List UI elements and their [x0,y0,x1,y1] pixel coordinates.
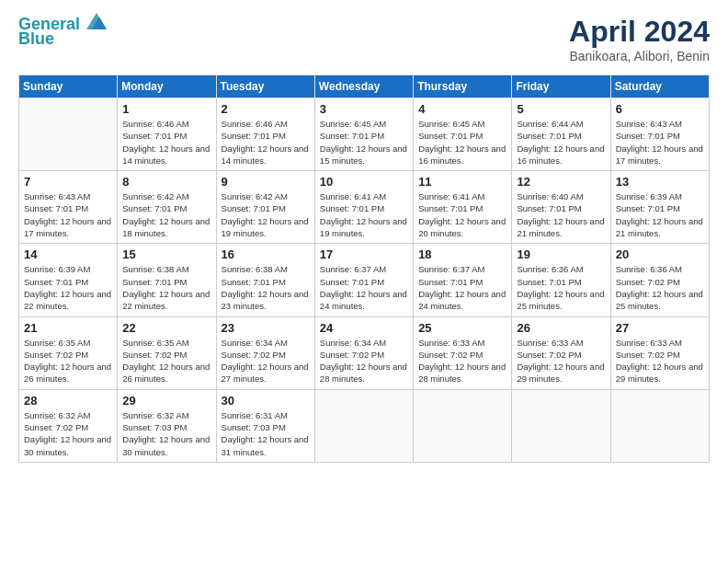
day-info: Sunrise: 6:39 AM Sunset: 7:01 PM Dayligh… [616,190,704,239]
calendar-day-header: Friday [512,75,610,98]
day-info: Sunrise: 6:34 AM Sunset: 7:02 PM Dayligh… [320,337,408,385]
calendar-cell: 2Sunrise: 6:46 AM Sunset: 7:01 PM Daylig… [216,98,314,171]
calendar-cell: 30Sunrise: 6:31 AM Sunset: 7:03 PM Dayli… [216,389,314,462]
calendar-week-row: 21Sunrise: 6:35 AM Sunset: 7:02 PM Dayli… [19,316,710,389]
day-number: 25 [418,321,506,335]
calendar-cell [512,389,610,462]
calendar-cell: 9Sunrise: 6:42 AM Sunset: 7:01 PM Daylig… [216,171,314,244]
day-info: Sunrise: 6:39 AM Sunset: 7:01 PM Dayligh… [24,263,112,312]
day-info: Sunrise: 6:42 AM Sunset: 7:01 PM Dayligh… [222,190,310,239]
title-section: April 2024 Banikoara, Alibori, Benin [569,15,710,63]
calendar-table: SundayMondayTuesdayWednesdayThursdayFrid… [18,75,710,463]
day-info: Sunrise: 6:43 AM Sunset: 7:01 PM Dayligh… [616,118,704,167]
calendar-cell: 16Sunrise: 6:38 AM Sunset: 7:01 PM Dayli… [216,244,314,316]
day-info: Sunrise: 6:41 AM Sunset: 7:01 PM Dayligh… [418,190,506,239]
day-info: Sunrise: 6:34 AM Sunset: 7:02 PM Dayligh… [222,337,310,385]
page: General Blue April 2024 Banikoara, Alibo… [0,0,728,563]
logo-icon [86,13,107,29]
calendar-day-header: Sunday [19,75,118,98]
day-info: Sunrise: 6:44 AM Sunset: 7:01 PM Dayligh… [517,118,605,167]
day-number: 11 [418,175,506,189]
calendar-cell: 8Sunrise: 6:42 AM Sunset: 7:01 PM Daylig… [118,171,216,244]
month-title: April 2024 [569,15,710,49]
day-number: 29 [122,394,210,408]
day-info: Sunrise: 6:38 AM Sunset: 7:01 PM Dayligh… [222,263,310,312]
day-number: 5 [517,102,605,116]
day-info: Sunrise: 6:38 AM Sunset: 7:01 PM Dayligh… [122,263,210,312]
day-number: 14 [24,247,112,261]
calendar-header-row: SundayMondayTuesdayWednesdayThursdayFrid… [19,75,710,98]
day-info: Sunrise: 6:36 AM Sunset: 7:02 PM Dayligh… [616,263,704,312]
calendar-cell: 12Sunrise: 6:40 AM Sunset: 7:01 PM Dayli… [512,171,610,244]
header: General Blue April 2024 Banikoara, Alibo… [18,15,710,63]
day-number: 9 [222,175,310,189]
day-number: 1 [122,102,210,116]
calendar-week-row: 1Sunrise: 6:46 AM Sunset: 7:01 PM Daylig… [19,98,710,171]
day-number: 10 [320,175,408,189]
calendar-cell: 19Sunrise: 6:36 AM Sunset: 7:01 PM Dayli… [512,244,610,316]
day-info: Sunrise: 6:37 AM Sunset: 7:01 PM Dayligh… [320,263,408,312]
calendar-cell: 18Sunrise: 6:37 AM Sunset: 7:01 PM Dayli… [414,244,512,316]
day-number: 7 [24,175,112,189]
day-info: Sunrise: 6:35 AM Sunset: 7:02 PM Dayligh… [24,337,112,385]
calendar-cell: 10Sunrise: 6:41 AM Sunset: 7:01 PM Dayli… [314,171,413,244]
calendar-day-header: Tuesday [216,75,314,98]
calendar-cell [19,98,118,171]
calendar-week-row: 28Sunrise: 6:32 AM Sunset: 7:02 PM Dayli… [19,389,710,462]
calendar-cell: 5Sunrise: 6:44 AM Sunset: 7:01 PM Daylig… [512,98,610,171]
day-info: Sunrise: 6:43 AM Sunset: 7:01 PM Dayligh… [24,190,112,239]
calendar-day-header: Saturday [610,75,709,98]
day-info: Sunrise: 6:33 AM Sunset: 7:02 PM Dayligh… [418,337,506,385]
day-number: 6 [616,102,704,116]
calendar-cell: 7Sunrise: 6:43 AM Sunset: 7:01 PM Daylig… [19,171,118,244]
day-info: Sunrise: 6:36 AM Sunset: 7:01 PM Dayligh… [517,263,605,312]
calendar-cell: 28Sunrise: 6:32 AM Sunset: 7:02 PM Dayli… [19,389,118,462]
day-number: 16 [222,247,310,261]
day-number: 22 [122,321,210,335]
day-number: 4 [418,102,506,116]
calendar-cell: 3Sunrise: 6:45 AM Sunset: 7:01 PM Daylig… [314,98,413,171]
calendar-day-header: Thursday [414,75,512,98]
calendar-cell: 13Sunrise: 6:39 AM Sunset: 7:01 PM Dayli… [610,171,709,244]
calendar-cell [314,389,413,462]
calendar-cell: 21Sunrise: 6:35 AM Sunset: 7:02 PM Dayli… [19,316,118,389]
day-info: Sunrise: 6:42 AM Sunset: 7:01 PM Dayligh… [122,190,210,239]
day-number: 13 [616,175,704,189]
day-info: Sunrise: 6:46 AM Sunset: 7:01 PM Dayligh… [122,118,210,167]
day-number: 24 [320,321,408,335]
calendar-cell: 1Sunrise: 6:46 AM Sunset: 7:01 PM Daylig… [118,98,216,171]
calendar-cell: 22Sunrise: 6:35 AM Sunset: 7:02 PM Dayli… [118,316,216,389]
calendar-cell: 11Sunrise: 6:41 AM Sunset: 7:01 PM Dayli… [414,171,512,244]
day-info: Sunrise: 6:37 AM Sunset: 7:01 PM Dayligh… [418,263,506,312]
day-number: 26 [517,321,605,335]
day-info: Sunrise: 6:32 AM Sunset: 7:03 PM Dayligh… [122,409,210,458]
calendar-cell [610,389,709,462]
day-number: 18 [418,247,506,261]
day-number: 21 [24,321,112,335]
day-number: 3 [320,102,408,116]
calendar-cell: 14Sunrise: 6:39 AM Sunset: 7:01 PM Dayli… [19,244,118,316]
calendar-cell: 27Sunrise: 6:33 AM Sunset: 7:02 PM Dayli… [610,316,709,389]
day-number: 12 [517,175,605,189]
day-info: Sunrise: 6:33 AM Sunset: 7:02 PM Dayligh… [517,337,605,385]
calendar-cell [414,389,512,462]
calendar-week-row: 14Sunrise: 6:39 AM Sunset: 7:01 PM Dayli… [19,244,710,316]
calendar-cell: 15Sunrise: 6:38 AM Sunset: 7:01 PM Dayli… [118,244,216,316]
calendar-day-header: Monday [118,75,216,98]
day-info: Sunrise: 6:31 AM Sunset: 7:03 PM Dayligh… [222,409,310,458]
day-info: Sunrise: 6:33 AM Sunset: 7:02 PM Dayligh… [616,337,704,385]
day-number: 20 [616,247,704,261]
day-number: 2 [222,102,310,116]
calendar-cell: 20Sunrise: 6:36 AM Sunset: 7:02 PM Dayli… [610,244,709,316]
calendar-cell: 25Sunrise: 6:33 AM Sunset: 7:02 PM Dayli… [414,316,512,389]
day-number: 30 [222,394,310,408]
day-info: Sunrise: 6:45 AM Sunset: 7:01 PM Dayligh… [418,118,506,167]
logo: General Blue [18,15,107,49]
calendar-cell: 17Sunrise: 6:37 AM Sunset: 7:01 PM Dayli… [314,244,413,316]
day-info: Sunrise: 6:40 AM Sunset: 7:01 PM Dayligh… [517,190,605,239]
day-info: Sunrise: 6:45 AM Sunset: 7:01 PM Dayligh… [320,118,408,167]
calendar-cell: 6Sunrise: 6:43 AM Sunset: 7:01 PM Daylig… [610,98,709,171]
day-number: 28 [24,394,112,408]
calendar-week-row: 7Sunrise: 6:43 AM Sunset: 7:01 PM Daylig… [19,171,710,244]
calendar-cell: 4Sunrise: 6:45 AM Sunset: 7:01 PM Daylig… [414,98,512,171]
